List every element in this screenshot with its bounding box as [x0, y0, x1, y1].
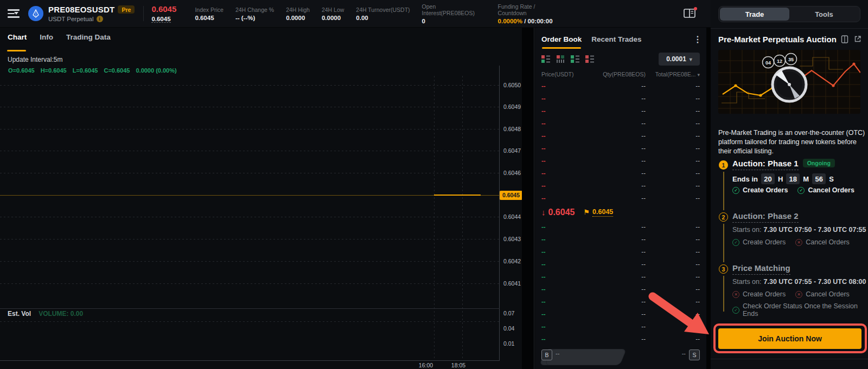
bid-row[interactable]: ------	[541, 320, 700, 333]
gridline	[0, 261, 499, 262]
bid-price: --	[541, 258, 593, 270]
buy-sell-ratio-bar: B -- -- S	[540, 348, 701, 360]
order-qty: --	[593, 233, 646, 245]
bid-row[interactable]: ------	[541, 258, 700, 270]
view-asks-icon[interactable]	[585, 55, 594, 63]
bid-row[interactable]: ------	[541, 233, 700, 245]
bid-row[interactable]: ------	[541, 221, 700, 233]
gridline	[0, 217, 499, 217]
ask-row[interactable]: ------	[541, 80, 700, 92]
ongoing-badge: Ongoing	[803, 159, 835, 167]
view-bids-icon[interactable]	[571, 55, 579, 63]
bid-row[interactable]: ------	[541, 308, 700, 320]
bid-row[interactable]: ------	[541, 333, 700, 345]
divider	[711, 359, 868, 359]
order-total: --	[646, 283, 700, 295]
order-qty: --	[593, 258, 646, 270]
mark-price[interactable]: 0.6045	[151, 16, 170, 23]
menu-icon[interactable]	[8, 9, 20, 18]
info-icon[interactable]: i	[97, 16, 103, 22]
order-qty: --	[593, 245, 646, 258]
bid-price: --	[541, 270, 593, 283]
price-axis-tick: 0.6049	[503, 103, 521, 110]
bid-price: --	[541, 221, 593, 233]
notification-dot	[694, 7, 697, 10]
bids-list: ----------------------------------------…	[541, 221, 700, 345]
order-book-panel: Order Book Recent Trades ⋮ 0.0001 ▾ Pric…	[535, 28, 706, 369]
phase-3-title: Price Matching	[732, 263, 790, 275]
join-auction-button[interactable]: Join Auction Now	[718, 328, 861, 349]
phase-3-schedule: Starts on:7.30 UTC 07:55 - 7.30 UTC 08:0…	[732, 278, 866, 286]
view-both-icon[interactable]	[541, 55, 550, 63]
ask-row[interactable]: ------	[541, 154, 700, 167]
symbol-name[interactable]: PRE08EOSUSDT	[48, 5, 114, 14]
tab-recent-trades[interactable]: Recent Trades	[591, 35, 641, 43]
order-total: --	[646, 270, 700, 283]
stat-value: 0	[422, 18, 486, 24]
tab-info[interactable]: Info	[40, 33, 53, 41]
ask-row[interactable]: ------	[541, 92, 700, 105]
col-qty: Qty(PRE08EOS)	[593, 71, 646, 77]
ohlc-high: H=0.6045	[41, 67, 67, 74]
flat-candle-segment	[434, 195, 481, 196]
price-axis-tick: 0.6042	[503, 258, 521, 264]
col-total[interactable]: Total(PRE08E...▾	[646, 71, 700, 77]
gridline	[0, 283, 499, 284]
order-total: --	[646, 308, 700, 320]
price-grouping-select[interactable]: 0.0001 ▾	[659, 53, 700, 66]
ohlc-legend: O=0.6045 H=0.6045 L=0.6045 C=0.6045 0.00…	[8, 67, 177, 74]
ask-row[interactable]: ------	[541, 167, 700, 179]
view-depth-icon[interactable]	[556, 55, 565, 63]
cross-icon: ✕	[732, 291, 739, 298]
ask-row[interactable]: ------	[541, 130, 700, 142]
mark-price-value[interactable]: 0.6045	[592, 208, 613, 217]
ask-row[interactable]: ------	[541, 105, 700, 117]
bid-row[interactable]: ------	[541, 245, 700, 258]
ask-row[interactable]: ------	[541, 179, 700, 192]
phase-1-number: 1	[719, 160, 728, 170]
gridline	[0, 129, 499, 130]
external-link-icon[interactable]	[854, 35, 861, 43]
tab-trade[interactable]: Trade	[720, 8, 789, 21]
timeline-connector	[723, 224, 724, 262]
kebab-menu-icon[interactable]: ⋮	[693, 36, 702, 43]
order-qty: --	[593, 333, 646, 345]
orderbook-layout-icon[interactable]	[684, 9, 695, 18]
est-vol-label: Est. Vol	[8, 310, 31, 318]
divider	[143, 6, 144, 21]
order-qty: --	[593, 295, 646, 308]
volume-axis-tick: 0.01	[503, 340, 514, 347]
order-total: --	[646, 105, 700, 117]
tab-trading-data[interactable]: Trading Data	[66, 33, 111, 41]
bid-row[interactable]: ------	[541, 283, 700, 295]
tab-tools[interactable]: Tools	[789, 8, 859, 21]
order-total: --	[646, 333, 700, 345]
order-qty: --	[593, 80, 646, 92]
bid-row[interactable]: ------	[541, 270, 700, 283]
price-axis-tick: 0.6048	[503, 126, 521, 132]
ohlc-low: L=0.6045	[73, 67, 98, 74]
gridline	[0, 151, 499, 151]
order-total: --	[646, 80, 700, 92]
volume-gridline	[0, 321, 499, 322]
stat-label: Open Interest(PRE08EOS)	[422, 3, 486, 16]
phase-1-permissions: ✓ Create Orders ✓ Cancel Orders	[732, 186, 854, 194]
ask-row[interactable]: ------	[541, 117, 700, 130]
ask-row[interactable]: ------	[541, 142, 700, 154]
order-qty: --	[593, 320, 646, 333]
ask-price: --	[541, 154, 593, 167]
bid-row[interactable]: ------	[541, 295, 700, 308]
tab-chart[interactable]: Chart	[8, 33, 27, 41]
flag-icon: ⚑	[583, 208, 590, 216]
gridline	[434, 76, 435, 360]
last-traded-price-row[interactable]: ↓ 0.6045 ⚑ 0.6045	[541, 205, 700, 219]
buy-label: B	[541, 349, 552, 360]
phase-3-number: 3	[719, 264, 728, 274]
countdown-unit: H	[778, 175, 783, 183]
phase-2-title: Auction: Phase 2	[732, 211, 799, 223]
ask-row[interactable]: ------	[541, 192, 700, 204]
document-icon[interactable]	[841, 35, 848, 43]
current-price-axis-tag: 0.6045	[500, 191, 522, 200]
tab-order-book[interactable]: Order Book	[541, 35, 582, 43]
stat-value: 0.6045	[195, 15, 224, 21]
